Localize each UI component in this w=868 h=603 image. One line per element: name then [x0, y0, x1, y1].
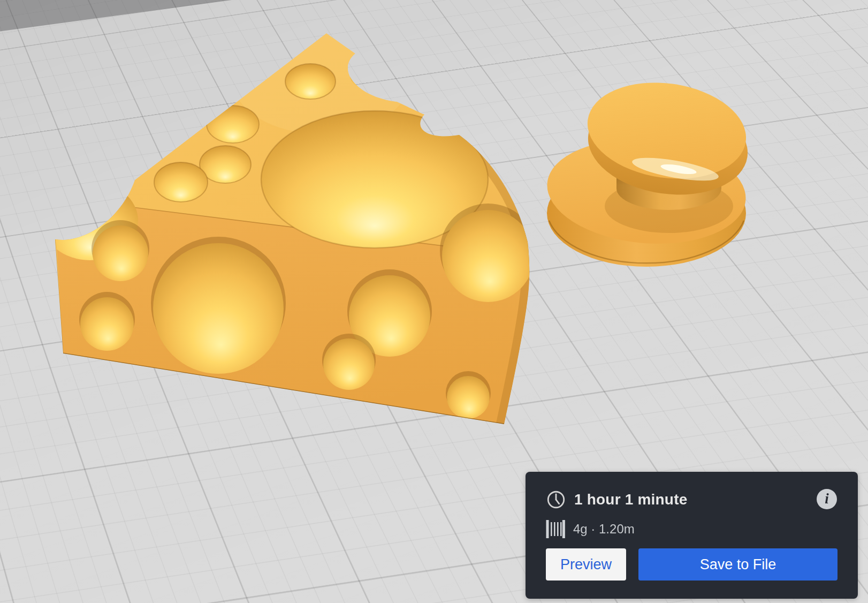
model-knob[interactable]: [543, 73, 754, 267]
preview-button[interactable]: Preview: [546, 548, 626, 581]
filament-icon: [546, 519, 565, 539]
material-usage: 4g · 1.20m: [573, 522, 635, 537]
info-icon: i: [825, 492, 829, 506]
print-time-estimate: 1 hour 1 minute: [574, 491, 687, 508]
material-usage-row: 4g · 1.20m: [546, 519, 635, 539]
model-cheese-wedge[interactable]: [42, 27, 536, 424]
print-time-row: 1 hour 1 minute: [546, 489, 687, 510]
print-summary-panel: 1 hour 1 minute i 4g · 1.20m Preview Sav…: [526, 472, 858, 599]
slicer-3d-viewport[interactable]: 1 hour 1 minute i 4g · 1.20m Preview Sav…: [0, 0, 868, 603]
clock-icon: [546, 489, 566, 510]
save-to-file-button[interactable]: Save to File: [638, 548, 837, 581]
info-button[interactable]: i: [817, 489, 837, 509]
